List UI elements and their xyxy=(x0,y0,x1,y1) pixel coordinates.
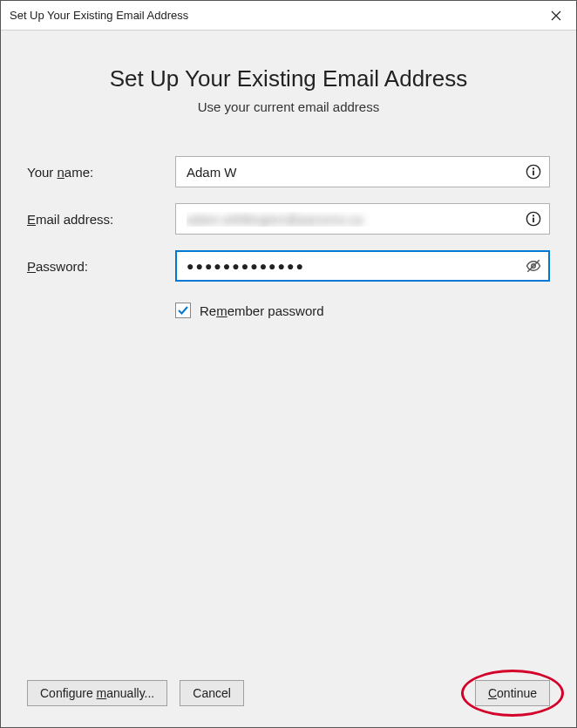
info-icon[interactable] xyxy=(526,164,541,180)
page-subheading: Use your current email address xyxy=(27,99,550,114)
check-icon xyxy=(177,304,189,316)
email-row: Email address: xyxy=(27,203,550,235)
svg-point-1 xyxy=(533,167,534,169)
dialog-content: Set Up Your Existing Email Address Use y… xyxy=(1,31,576,727)
close-button[interactable] xyxy=(536,1,576,31)
button-bar: Configure manually... Cancel Continue xyxy=(27,680,550,706)
name-row: Your name: xyxy=(27,156,550,187)
svg-point-4 xyxy=(533,214,534,216)
continue-button[interactable]: Continue xyxy=(475,680,550,706)
name-input[interactable] xyxy=(175,156,550,187)
page-heading: Set Up Your Existing Email Address xyxy=(27,65,550,92)
window-title: Set Up Your Existing Email Address xyxy=(10,9,188,22)
dialog-window: Set Up Your Existing Email Address Set U… xyxy=(0,0,577,728)
email-label: Email address: xyxy=(27,212,175,227)
close-icon xyxy=(551,10,561,21)
email-input-wrap xyxy=(175,203,550,235)
email-input[interactable] xyxy=(175,203,550,235)
info-icon[interactable] xyxy=(526,211,541,227)
svg-rect-2 xyxy=(533,171,534,175)
password-input[interactable]: ●●●●●●●●●●●●● xyxy=(175,250,550,282)
password-label: Password: xyxy=(27,259,175,274)
cancel-button[interactable]: Cancel xyxy=(180,680,244,706)
remember-label: Remember password xyxy=(200,303,324,318)
remember-checkbox[interactable] xyxy=(175,303,191,318)
titlebar: Set Up Your Existing Email Address xyxy=(1,1,576,31)
eye-off-icon[interactable] xyxy=(526,258,541,274)
configure-manually-button[interactable]: Configure manually... xyxy=(27,680,167,706)
password-input-wrap: ●●●●●●●●●●●●● xyxy=(175,250,550,282)
svg-rect-5 xyxy=(533,218,534,222)
name-input-wrap xyxy=(175,156,550,187)
remember-row: Remember password xyxy=(175,303,550,318)
continue-highlight: Continue xyxy=(475,680,550,706)
name-label: Your name: xyxy=(27,165,175,180)
password-row: Password: ●●●●●●●●●●●●● xyxy=(27,250,550,282)
